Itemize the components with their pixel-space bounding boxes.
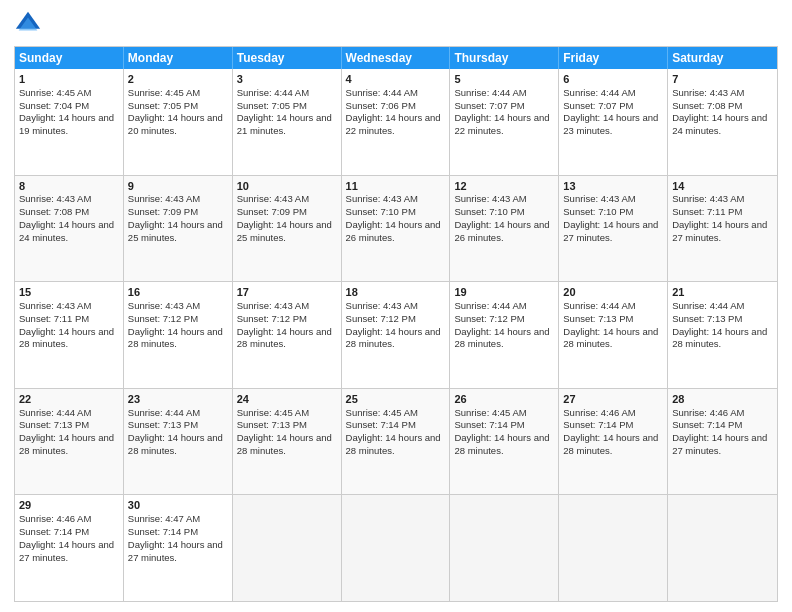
day-info: Sunrise: 4:43 AM Sunset: 7:11 PM Dayligh…: [672, 193, 767, 242]
day-info: Sunrise: 4:43 AM Sunset: 7:12 PM Dayligh…: [346, 300, 441, 349]
calendar-cell-day-10: 10Sunrise: 4:43 AM Sunset: 7:09 PM Dayli…: [233, 176, 342, 282]
calendar-cell-day-9: 9Sunrise: 4:43 AM Sunset: 7:09 PM Daylig…: [124, 176, 233, 282]
day-info: Sunrise: 4:43 AM Sunset: 7:10 PM Dayligh…: [563, 193, 658, 242]
calendar-cell-day-8: 8Sunrise: 4:43 AM Sunset: 7:08 PM Daylig…: [15, 176, 124, 282]
calendar-header-tuesday: Tuesday: [233, 47, 342, 69]
day-number: 13: [563, 179, 663, 194]
day-number: 15: [19, 285, 119, 300]
day-info: Sunrise: 4:43 AM Sunset: 7:10 PM Dayligh…: [346, 193, 441, 242]
day-number: 14: [672, 179, 773, 194]
day-number: 19: [454, 285, 554, 300]
day-number: 2: [128, 72, 228, 87]
day-number: 4: [346, 72, 446, 87]
day-number: 16: [128, 285, 228, 300]
calendar-cell-day-11: 11Sunrise: 4:43 AM Sunset: 7:10 PM Dayli…: [342, 176, 451, 282]
calendar-cell-day-29: 29Sunrise: 4:46 AM Sunset: 7:14 PM Dayli…: [15, 495, 124, 601]
day-info: Sunrise: 4:45 AM Sunset: 7:14 PM Dayligh…: [454, 407, 549, 456]
day-number: 10: [237, 179, 337, 194]
calendar-cell-day-21: 21Sunrise: 4:44 AM Sunset: 7:13 PM Dayli…: [668, 282, 777, 388]
day-number: 20: [563, 285, 663, 300]
calendar-body: 1Sunrise: 4:45 AM Sunset: 7:04 PM Daylig…: [15, 69, 777, 601]
calendar-header-monday: Monday: [124, 47, 233, 69]
calendar-cell-empty: [450, 495, 559, 601]
calendar-cell-day-30: 30Sunrise: 4:47 AM Sunset: 7:14 PM Dayli…: [124, 495, 233, 601]
day-number: 27: [563, 392, 663, 407]
day-info: Sunrise: 4:44 AM Sunset: 7:07 PM Dayligh…: [454, 87, 549, 136]
calendar-cell-day-24: 24Sunrise: 4:45 AM Sunset: 7:13 PM Dayli…: [233, 389, 342, 495]
calendar-cell-day-26: 26Sunrise: 4:45 AM Sunset: 7:14 PM Dayli…: [450, 389, 559, 495]
calendar-cell-day-12: 12Sunrise: 4:43 AM Sunset: 7:10 PM Dayli…: [450, 176, 559, 282]
calendar-header-saturday: Saturday: [668, 47, 777, 69]
day-number: 3: [237, 72, 337, 87]
calendar-cell-day-17: 17Sunrise: 4:43 AM Sunset: 7:12 PM Dayli…: [233, 282, 342, 388]
day-number: 24: [237, 392, 337, 407]
calendar-cell-day-20: 20Sunrise: 4:44 AM Sunset: 7:13 PM Dayli…: [559, 282, 668, 388]
day-number: 22: [19, 392, 119, 407]
day-number: 12: [454, 179, 554, 194]
day-number: 28: [672, 392, 773, 407]
calendar-cell-empty: [559, 495, 668, 601]
calendar-cell-day-1: 1Sunrise: 4:45 AM Sunset: 7:04 PM Daylig…: [15, 69, 124, 175]
day-number: 25: [346, 392, 446, 407]
calendar-cell-day-28: 28Sunrise: 4:46 AM Sunset: 7:14 PM Dayli…: [668, 389, 777, 495]
day-info: Sunrise: 4:44 AM Sunset: 7:07 PM Dayligh…: [563, 87, 658, 136]
day-info: Sunrise: 4:44 AM Sunset: 7:13 PM Dayligh…: [128, 407, 223, 456]
day-info: Sunrise: 4:43 AM Sunset: 7:12 PM Dayligh…: [237, 300, 332, 349]
calendar-cell-day-16: 16Sunrise: 4:43 AM Sunset: 7:12 PM Dayli…: [124, 282, 233, 388]
day-number: 11: [346, 179, 446, 194]
calendar-cell-day-7: 7Sunrise: 4:43 AM Sunset: 7:08 PM Daylig…: [668, 69, 777, 175]
day-info: Sunrise: 4:45 AM Sunset: 7:14 PM Dayligh…: [346, 407, 441, 456]
calendar-header-thursday: Thursday: [450, 47, 559, 69]
day-number: 30: [128, 498, 228, 513]
main-container: SundayMondayTuesdayWednesdayThursdayFrid…: [0, 0, 792, 612]
calendar-week-3: 15Sunrise: 4:43 AM Sunset: 7:11 PM Dayli…: [15, 281, 777, 388]
day-info: Sunrise: 4:43 AM Sunset: 7:08 PM Dayligh…: [19, 193, 114, 242]
calendar-cell-day-3: 3Sunrise: 4:44 AM Sunset: 7:05 PM Daylig…: [233, 69, 342, 175]
day-number: 8: [19, 179, 119, 194]
day-info: Sunrise: 4:46 AM Sunset: 7:14 PM Dayligh…: [563, 407, 658, 456]
calendar-cell-day-6: 6Sunrise: 4:44 AM Sunset: 7:07 PM Daylig…: [559, 69, 668, 175]
calendar-header-friday: Friday: [559, 47, 668, 69]
day-info: Sunrise: 4:44 AM Sunset: 7:05 PM Dayligh…: [237, 87, 332, 136]
calendar-header-wednesday: Wednesday: [342, 47, 451, 69]
calendar-cell-empty: [668, 495, 777, 601]
calendar-cell-day-19: 19Sunrise: 4:44 AM Sunset: 7:12 PM Dayli…: [450, 282, 559, 388]
calendar-cell-day-15: 15Sunrise: 4:43 AM Sunset: 7:11 PM Dayli…: [15, 282, 124, 388]
calendar-cell-empty: [233, 495, 342, 601]
day-info: Sunrise: 4:46 AM Sunset: 7:14 PM Dayligh…: [19, 513, 114, 562]
day-info: Sunrise: 4:43 AM Sunset: 7:12 PM Dayligh…: [128, 300, 223, 349]
day-info: Sunrise: 4:45 AM Sunset: 7:04 PM Dayligh…: [19, 87, 114, 136]
day-number: 6: [563, 72, 663, 87]
day-info: Sunrise: 4:43 AM Sunset: 7:10 PM Dayligh…: [454, 193, 549, 242]
day-info: Sunrise: 4:44 AM Sunset: 7:13 PM Dayligh…: [563, 300, 658, 349]
calendar-header-row: SundayMondayTuesdayWednesdayThursdayFrid…: [15, 47, 777, 69]
day-info: Sunrise: 4:44 AM Sunset: 7:12 PM Dayligh…: [454, 300, 549, 349]
calendar-cell-day-18: 18Sunrise: 4:43 AM Sunset: 7:12 PM Dayli…: [342, 282, 451, 388]
day-info: Sunrise: 4:47 AM Sunset: 7:14 PM Dayligh…: [128, 513, 223, 562]
calendar-week-4: 22Sunrise: 4:44 AM Sunset: 7:13 PM Dayli…: [15, 388, 777, 495]
day-info: Sunrise: 4:45 AM Sunset: 7:13 PM Dayligh…: [237, 407, 332, 456]
calendar-cell-day-2: 2Sunrise: 4:45 AM Sunset: 7:05 PM Daylig…: [124, 69, 233, 175]
day-number: 1: [19, 72, 119, 87]
day-info: Sunrise: 4:43 AM Sunset: 7:08 PM Dayligh…: [672, 87, 767, 136]
calendar-cell-day-22: 22Sunrise: 4:44 AM Sunset: 7:13 PM Dayli…: [15, 389, 124, 495]
day-info: Sunrise: 4:46 AM Sunset: 7:14 PM Dayligh…: [672, 407, 767, 456]
day-number: 23: [128, 392, 228, 407]
day-number: 9: [128, 179, 228, 194]
day-number: 18: [346, 285, 446, 300]
calendar-cell-day-5: 5Sunrise: 4:44 AM Sunset: 7:07 PM Daylig…: [450, 69, 559, 175]
day-number: 7: [672, 72, 773, 87]
calendar-week-5: 29Sunrise: 4:46 AM Sunset: 7:14 PM Dayli…: [15, 494, 777, 601]
day-info: Sunrise: 4:43 AM Sunset: 7:09 PM Dayligh…: [237, 193, 332, 242]
logo: [14, 10, 46, 38]
calendar-cell-day-14: 14Sunrise: 4:43 AM Sunset: 7:11 PM Dayli…: [668, 176, 777, 282]
day-number: 26: [454, 392, 554, 407]
day-number: 29: [19, 498, 119, 513]
day-info: Sunrise: 4:44 AM Sunset: 7:06 PM Dayligh…: [346, 87, 441, 136]
calendar-cell-day-4: 4Sunrise: 4:44 AM Sunset: 7:06 PM Daylig…: [342, 69, 451, 175]
day-info: Sunrise: 4:43 AM Sunset: 7:11 PM Dayligh…: [19, 300, 114, 349]
logo-icon: [14, 10, 42, 38]
day-info: Sunrise: 4:44 AM Sunset: 7:13 PM Dayligh…: [672, 300, 767, 349]
calendar-week-2: 8Sunrise: 4:43 AM Sunset: 7:08 PM Daylig…: [15, 175, 777, 282]
day-info: Sunrise: 4:43 AM Sunset: 7:09 PM Dayligh…: [128, 193, 223, 242]
